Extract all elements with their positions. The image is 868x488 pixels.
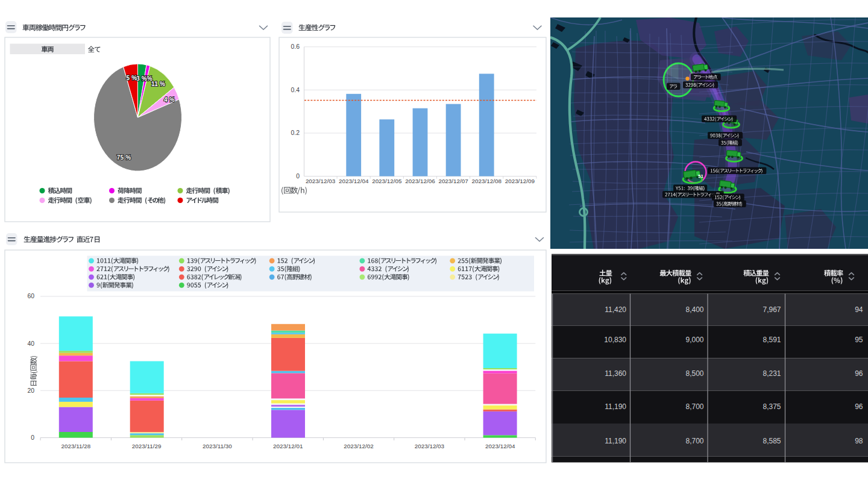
- svg-text:0.4: 0.4: [291, 87, 300, 93]
- svg-text:0.6: 0.6: [291, 43, 300, 50]
- svg-text:96: 96: [855, 402, 863, 411]
- svg-text:8,375: 8,375: [763, 402, 781, 411]
- svg-text:96: 96: [855, 369, 863, 378]
- svg-text:2023/12/03: 2023/12/03: [415, 443, 445, 449]
- svg-text:40: 40: [27, 340, 34, 347]
- svg-text:2023/12/01: 2023/12/01: [273, 443, 303, 449]
- svg-text:11,360: 11,360: [605, 369, 626, 378]
- svg-text:98: 98: [855, 437, 863, 445]
- svg-text:11,420: 11,420: [605, 305, 626, 314]
- svg-text:8,400: 8,400: [685, 305, 703, 314]
- svg-text:10,830: 10,830: [604, 336, 626, 344]
- svg-text:2023/12/07: 2023/12/07: [438, 178, 468, 184]
- svg-text:11 %: 11 %: [151, 81, 165, 87]
- svg-text:8,500: 8,500: [685, 369, 703, 378]
- svg-text:75 %: 75 %: [117, 154, 131, 161]
- svg-text:8,591: 8,591: [763, 336, 781, 344]
- svg-text:0.2: 0.2: [291, 130, 300, 136]
- svg-text:2023/12/05: 2023/12/05: [372, 178, 402, 184]
- svg-text:11,190: 11,190: [605, 402, 626, 411]
- svg-text:8,700: 8,700: [685, 402, 703, 411]
- svg-text:2023/12/09: 2023/12/09: [505, 178, 535, 184]
- svg-text:7,967: 7,967: [763, 305, 781, 314]
- svg-text:11,190: 11,190: [605, 437, 626, 445]
- svg-text:8,700: 8,700: [685, 437, 703, 445]
- svg-text:60: 60: [27, 293, 34, 299]
- svg-text:4 %: 4 %: [164, 96, 175, 103]
- svg-text:94: 94: [855, 305, 863, 314]
- svg-text:2023/11/29: 2023/11/29: [132, 443, 162, 449]
- svg-text:51: 51: [698, 174, 703, 179]
- svg-text:2023/12/02: 2023/12/02: [344, 443, 373, 449]
- svg-text:2023/11/30: 2023/11/30: [203, 443, 232, 449]
- svg-text:2023/11/28: 2023/11/28: [61, 443, 90, 449]
- svg-text:8,231: 8,231: [763, 369, 781, 378]
- svg-text:5 %: 5 %: [127, 75, 137, 81]
- svg-text:2023/12/04: 2023/12/04: [339, 178, 369, 184]
- svg-text:2023/12/04: 2023/12/04: [485, 443, 515, 449]
- svg-text:95: 95: [855, 336, 863, 344]
- svg-text:20: 20: [27, 387, 34, 394]
- svg-text:2023/12/03: 2023/12/03: [306, 178, 336, 184]
- svg-text:0: 0: [31, 434, 34, 441]
- svg-text:0: 0: [296, 173, 300, 180]
- svg-text:3 %: 3 %: [136, 75, 147, 82]
- svg-text:8,585: 8,585: [763, 437, 781, 445]
- svg-text:9,000: 9,000: [685, 336, 703, 344]
- svg-text:2023/12/08: 2023/12/08: [472, 178, 502, 184]
- svg-text:2023/12/06: 2023/12/06: [405, 178, 435, 184]
